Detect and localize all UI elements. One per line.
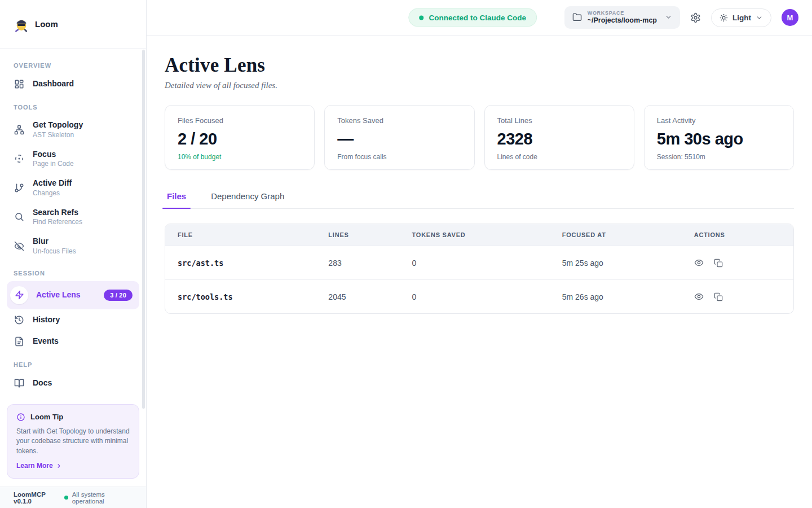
app-version: LoomMCP v0.1.0 xyxy=(14,491,60,505)
sidebar-footer: LoomMCP v0.1.0 All systems operational xyxy=(0,487,146,508)
page-content: Active Lens Detailed view of all focused… xyxy=(147,36,812,508)
sidebar-item-history[interactable]: History xyxy=(7,309,139,331)
stat-value: 2 / 20 xyxy=(178,130,302,148)
sidebar-item-active-diff[interactable]: Active Diff Changes xyxy=(7,173,139,203)
search-icon xyxy=(14,211,25,222)
settings-gear-icon[interactable] xyxy=(690,12,701,23)
sidebar-item-sublabel: Page in Code xyxy=(33,160,133,168)
tab-bar: Files Dependency Graph xyxy=(165,187,794,209)
learn-more-link[interactable]: Learn More xyxy=(16,462,130,470)
file-tokens-saved: 0 xyxy=(400,280,550,314)
sidebar-item-label: History xyxy=(33,315,133,325)
file-lines: 2045 xyxy=(316,280,399,314)
app-root: Loom OVERVIEW Dashboard TOOLS Get Topolo… xyxy=(0,0,812,508)
stat-value: — xyxy=(337,130,461,148)
page-title: Active Lens xyxy=(165,54,794,77)
file-text-icon xyxy=(14,336,25,347)
eye-off-icon xyxy=(14,240,25,252)
sidebar-item-blur[interactable]: Blur Un-focus Files xyxy=(7,231,139,261)
user-avatar[interactable]: M xyxy=(782,9,798,26)
file-name: src/tools.ts xyxy=(165,280,316,314)
file-focused-at: 5m 26s ago xyxy=(550,280,682,314)
loom-mascot-logo-icon xyxy=(14,16,29,32)
loom-tip-card: Loom Tip Start with Get Topology to unde… xyxy=(7,404,139,479)
stat-subtext: 10% of budget xyxy=(178,153,302,161)
sidebar-item-label: Active Diff xyxy=(33,178,133,189)
zap-icon xyxy=(10,286,28,304)
file-focused-at: 5m 25s ago xyxy=(550,246,682,280)
column-header-lines: LINES xyxy=(316,224,399,246)
stat-card-last-activity: Last Activity 5m 30s ago Session: 5510m xyxy=(644,105,794,170)
stat-subtext: Session: 5510m xyxy=(657,153,781,161)
view-file-eye-icon[interactable] xyxy=(694,258,704,268)
page-subtitle: Detailed view of all focused files. xyxy=(165,81,794,90)
sidebar-item-dashboard[interactable]: Dashboard xyxy=(7,73,139,95)
column-header-tokens-saved: TOKENS SAVED xyxy=(400,224,550,246)
sidebar-item-events[interactable]: Events xyxy=(7,331,139,352)
sidebar-item-label: Dashboard xyxy=(33,79,133,89)
focus-icon xyxy=(14,153,25,164)
connection-status-badge: Connected to Claude Code xyxy=(408,8,537,27)
table-row: src/ast.ts 283 0 5m 25s ago xyxy=(165,246,793,280)
sidebar-item-label: Blur xyxy=(33,237,133,247)
tab-files[interactable]: Files xyxy=(165,187,188,208)
stat-value: 2328 xyxy=(497,130,621,148)
connection-status-text: Connected to Claude Code xyxy=(429,14,526,22)
section-label-overview: OVERVIEW xyxy=(7,59,139,73)
sun-icon xyxy=(720,14,728,22)
keyboard-icon xyxy=(14,399,25,400)
connected-dot-icon xyxy=(419,15,423,20)
info-icon xyxy=(16,413,25,422)
sidebar-item-label: Search Refs xyxy=(33,208,133,218)
stat-card-files-focused: Files Focused 2 / 20 10% of budget xyxy=(165,105,315,170)
file-lines: 283 xyxy=(316,246,399,280)
copy-icon[interactable] xyxy=(714,292,723,301)
sidebar-item-search-refs[interactable]: Search Refs Find References xyxy=(7,203,139,232)
sidebar-item-focus[interactable]: Focus Page in Code xyxy=(7,144,139,174)
sidebar-nav: OVERVIEW Dashboard TOOLS Get Topology AS… xyxy=(0,49,146,400)
sidebar-item-get-topology[interactable]: Get Topology AST Skeleton xyxy=(7,115,139,144)
main-area: Connected to Claude Code WORKSPACE ~/Pro… xyxy=(147,0,812,508)
tab-dependency-graph[interactable]: Dependency Graph xyxy=(209,187,286,208)
table-row: src/tools.ts 2045 0 5m 26s ago xyxy=(165,280,793,314)
history-icon xyxy=(14,314,25,326)
stat-subtext: From focus calls xyxy=(337,153,461,161)
table-header-row: FILE LINES TOKENS SAVED FOCUSED AT ACTIO… xyxy=(165,224,793,246)
view-file-eye-icon[interactable] xyxy=(694,292,704,301)
sidebar-item-keyboard-shortcuts[interactable]: Keyboard Shortcuts xyxy=(7,394,139,400)
sidebar-item-label: Get Topology xyxy=(33,120,133,130)
stat-subtext: Lines of code xyxy=(497,153,621,161)
section-label-help: HELP xyxy=(7,358,139,373)
sidebar-item-docs[interactable]: Docs xyxy=(7,373,139,394)
section-label-session: SESSION xyxy=(7,266,139,281)
section-label-tools: TOOLS xyxy=(7,100,139,115)
workspace-label: WORKSPACE xyxy=(588,10,657,16)
sidebar-item-sublabel: Un-focus Files xyxy=(33,247,133,256)
column-header-file: FILE xyxy=(165,224,316,246)
book-open-icon xyxy=(14,378,25,389)
sidebar-item-active-lens[interactable]: Active Lens 3 / 20 xyxy=(7,281,139,309)
stat-value: 5m 30s ago xyxy=(657,130,781,148)
chevron-down-icon xyxy=(665,14,672,21)
sidebar-item-sublabel: Find References xyxy=(33,218,133,226)
topology-icon xyxy=(14,124,25,135)
theme-label: Light xyxy=(732,14,751,22)
file-name: src/ast.ts xyxy=(165,246,316,280)
copy-icon[interactable] xyxy=(714,259,723,268)
workspace-selector[interactable]: WORKSPACE ~/Projects/loom-mcp xyxy=(564,6,680,29)
workspace-path: ~/Projects/loom-mcp xyxy=(588,16,657,25)
top-bar: Connected to Claude Code WORKSPACE ~/Pro… xyxy=(147,0,812,36)
sidebar-scrollbar[interactable] xyxy=(142,50,145,409)
stat-label: Files Focused xyxy=(178,116,302,125)
column-header-focused-at: FOCUSED AT xyxy=(550,224,682,246)
theme-toggle[interactable]: Light xyxy=(711,8,771,27)
stat-label: Last Activity xyxy=(657,116,781,125)
status-dot-icon xyxy=(64,496,68,500)
sidebar-item-label: Docs xyxy=(33,378,133,388)
column-header-actions: ACTIONS xyxy=(682,224,793,246)
folder-icon xyxy=(572,12,582,22)
tip-body: Start with Get Topology to understand yo… xyxy=(16,427,130,456)
chevron-right-icon xyxy=(56,463,62,469)
sidebar-item-label: Focus xyxy=(33,150,133,160)
app-name: Loom xyxy=(35,19,58,29)
